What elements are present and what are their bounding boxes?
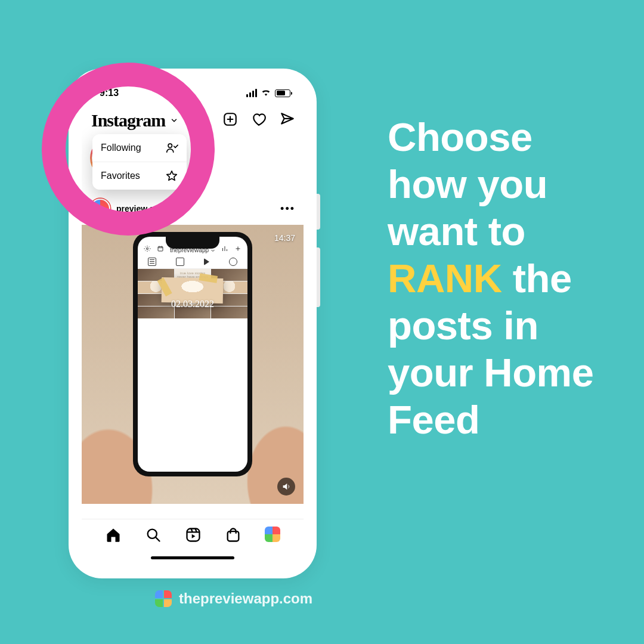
- dropdown-item-following[interactable]: Following: [92, 134, 187, 162]
- activity-icon[interactable]: [251, 112, 267, 129]
- stats-icon: [221, 245, 228, 253]
- brand-logo-icon: [155, 590, 172, 607]
- statusbar: 9:13: [82, 82, 304, 104]
- play-icon: [204, 258, 209, 265]
- post-author-username[interactable]: preview.app: [116, 204, 164, 213]
- video-duration: 14:37: [274, 233, 295, 243]
- reels-icon[interactable]: [185, 527, 202, 546]
- footer-brand: thepreviewapp.com: [155, 590, 312, 607]
- shop-icon[interactable]: [225, 527, 242, 546]
- home-icon[interactable]: [105, 527, 122, 546]
- svg-rect-5: [187, 529, 199, 541]
- svg-point-4: [148, 530, 157, 538]
- reels-icon: [176, 258, 184, 266]
- grid-icon: [148, 258, 156, 266]
- home-indicator: [151, 556, 234, 559]
- people-icon: [165, 141, 178, 154]
- bottom-nav: [82, 519, 304, 565]
- search-icon[interactable]: [145, 527, 162, 546]
- phone-mockup: 9:13 Instagram: [69, 69, 317, 578]
- status-time: 9:13: [100, 88, 119, 98]
- instagram-logo-text: Instagram: [91, 110, 165, 131]
- messenger-icon[interactable]: [280, 112, 295, 129]
- gear-icon: [144, 245, 151, 253]
- status-right: [246, 88, 290, 98]
- post-media[interactable]: 14:37 thepreviewapp: [82, 225, 304, 504]
- phone-side-button: [317, 247, 320, 307]
- profile-icon[interactable]: [265, 527, 280, 542]
- inner-view-tabs: [138, 255, 247, 269]
- svg-rect-6: [227, 531, 239, 541]
- circle-icon: [229, 258, 237, 266]
- post-author-avatar[interactable]: [90, 199, 110, 219]
- headline-accent: RANK: [388, 256, 502, 301]
- svg-point-2: [147, 248, 148, 250]
- post-more-icon[interactable]: •••: [280, 203, 295, 215]
- headline: Choose how you want to RANK the posts in…: [388, 113, 614, 443]
- wifi-icon: [261, 88, 271, 98]
- post-header: preview.app •••: [82, 193, 304, 225]
- phone-screen: 9:13 Instagram: [82, 82, 304, 565]
- brand-url: thepreviewapp.com: [179, 590, 312, 607]
- inner-feed-grid: true love stories never have endings: [138, 269, 247, 318]
- headline-part1: Choose how you want to: [388, 114, 547, 253]
- cellular-icon: [246, 89, 257, 97]
- phone-side-button: [317, 194, 320, 230]
- mute-icon[interactable]: [277, 478, 295, 496]
- dropdown-item-favorites[interactable]: Favorites: [92, 162, 187, 190]
- inner-phone: thepreviewapp: [133, 232, 252, 476]
- svg-point-1: [168, 144, 172, 147]
- inner-date-overlay: 02.03.2022: [138, 299, 247, 309]
- dropdown-item-label: Favorites: [101, 171, 140, 181]
- svg-rect-3: [158, 247, 163, 252]
- plus-icon: [234, 245, 242, 253]
- new-post-icon[interactable]: [222, 112, 238, 129]
- header-actions: [222, 112, 295, 129]
- calendar-icon: [157, 245, 164, 253]
- star-icon: [165, 169, 178, 182]
- dropdown-item-label: Following: [101, 143, 141, 153]
- instagram-header: Instagram: [82, 104, 304, 137]
- instagram-logo-dropdown[interactable]: Instagram: [91, 110, 178, 131]
- battery-icon: [275, 89, 290, 97]
- chevron-down-icon: [170, 116, 178, 125]
- feed-sort-dropdown: Following Favorites: [92, 134, 187, 190]
